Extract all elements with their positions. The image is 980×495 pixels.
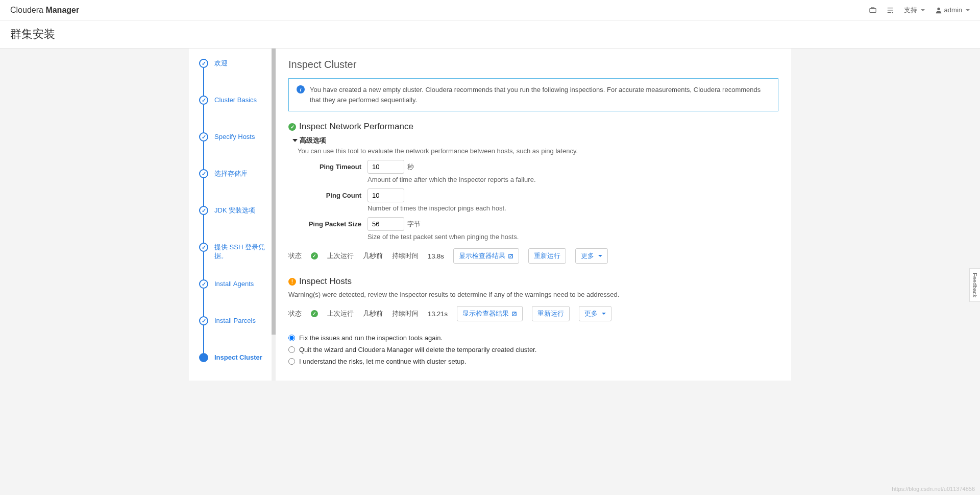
- scrollbar-thumb[interactable]: [272, 49, 276, 335]
- brand: Cloudera Manager: [10, 6, 79, 15]
- warning-circle-icon: !: [288, 278, 296, 286]
- header-parcel-icon[interactable]: [869, 7, 876, 14]
- radio-input[interactable]: [288, 335, 295, 341]
- feedback-tab[interactable]: Feedback: [969, 268, 980, 302]
- support-menu[interactable]: 支持: [904, 6, 925, 15]
- external-link-icon: [511, 311, 517, 317]
- step-connector: [203, 68, 204, 97]
- status-ok-icon: ✓: [311, 252, 318, 260]
- ping-count-input[interactable]: [368, 188, 404, 202]
- ping-packet-row: Ping Packet Size 字节: [288, 217, 778, 231]
- step-label: Specify Hosts: [214, 132, 255, 142]
- step-label: Install Agents: [214, 279, 254, 289]
- section-title: Inspect Cluster: [288, 59, 778, 70]
- step-circle-done-icon: [199, 96, 208, 105]
- step-circle-done-icon: [199, 206, 208, 215]
- user-menu[interactable]: admin: [935, 6, 970, 14]
- more-button[interactable]: 更多: [575, 248, 608, 264]
- check-circle-icon: ✓: [288, 123, 296, 131]
- step-connector: [203, 215, 204, 244]
- status-label: 状态: [288, 309, 302, 318]
- sidebar-scrollbar[interactable]: [272, 49, 276, 381]
- radio-understand-risks[interactable]: I understand the risks, let me continue …: [288, 358, 778, 365]
- step-item[interactable]: Install Agents: [199, 279, 271, 316]
- page-title: 群集安装: [0, 20, 980, 49]
- app-header: Cloudera Manager 支持 admin: [0, 0, 980, 20]
- radio-fix-issues[interactable]: Fix the issues and run the inspection to…: [288, 334, 778, 342]
- step-circle-active-icon: [199, 353, 208, 362]
- duration-value: 13.8s: [428, 252, 444, 260]
- step-item[interactable]: Cluster Basics: [199, 96, 271, 132]
- advanced-toggle[interactable]: 高级选项: [292, 136, 778, 145]
- step-connector: [203, 178, 204, 207]
- network-status-row: 状态 ✓ 上次运行 几秒前 持续时间 13.8s 显示检查器结果 重新运行 更多: [288, 248, 778, 264]
- last-run-label: 上次运行: [327, 309, 354, 318]
- hosts-warning: Warning(s) were detected, review the ins…: [288, 291, 778, 298]
- step-label: 欢迎: [214, 59, 228, 68]
- ping-packet-input[interactable]: [368, 217, 404, 231]
- duration-label: 持续时间: [392, 309, 419, 318]
- step-item[interactable]: Install Parcels: [199, 316, 271, 353]
- step-item[interactable]: 选择存储库: [199, 169, 271, 206]
- step-connector: [203, 105, 204, 133]
- ping-timeout-input[interactable]: [368, 160, 404, 174]
- svg-point-2: [937, 7, 940, 10]
- external-link-icon: [508, 253, 513, 259]
- step-circle-done-icon: [199, 169, 208, 178]
- svg-point-1: [892, 12, 893, 13]
- step-connector: [203, 325, 204, 354]
- rerun-button[interactable]: 重新运行: [528, 248, 566, 264]
- ping-count-help: Number of times the inspector pings each…: [368, 204, 778, 212]
- step-item[interactable]: 提供 SSH 登录凭据。: [199, 243, 271, 279]
- wizard-sidebar: 欢迎Cluster BasicsSpecify Hosts选择存储库JDK 安装…: [189, 49, 276, 381]
- step-connector: [203, 289, 204, 317]
- step-item[interactable]: 欢迎: [199, 59, 271, 96]
- rerun-button[interactable]: 重新运行: [532, 306, 570, 321]
- step-label: Cluster Basics: [214, 96, 257, 105]
- ping-packet-help: Size of the test packet sent when pingin…: [368, 233, 778, 241]
- step-label: 选择存储库: [214, 169, 248, 178]
- step-label: Install Parcels: [214, 316, 256, 325]
- brand-light: Cloudera: [10, 6, 43, 14]
- status-ok-icon: ✓: [311, 310, 318, 317]
- step-circle-done-icon: [199, 243, 208, 252]
- ping-packet-label: Ping Packet Size: [288, 220, 368, 228]
- last-run-label: 上次运行: [327, 251, 354, 261]
- hosts-section-title: ! Inspect Hosts: [288, 276, 778, 287]
- step-circle-done-icon: [199, 132, 208, 142]
- header-right: 支持 admin: [869, 6, 970, 15]
- container: 欢迎Cluster BasicsSpecify Hosts选择存储库JDK 安装…: [0, 49, 980, 381]
- ping-timeout-row: Ping Timeout 秒: [288, 160, 778, 174]
- ping-count-row: Ping Count: [288, 188, 778, 202]
- more-button[interactable]: 更多: [579, 306, 611, 321]
- show-results-button[interactable]: 显示检查器结果: [457, 306, 523, 321]
- chevron-down-icon: [292, 139, 298, 142]
- network-section-title: ✓ Inspect Network Performance: [288, 122, 778, 132]
- header-running-icon[interactable]: [887, 7, 894, 14]
- ping-packet-unit: 字节: [407, 220, 421, 229]
- caret-down-icon: [921, 9, 925, 11]
- step-item[interactable]: Specify Hosts: [199, 132, 271, 169]
- step-label: Inspect Cluster: [214, 353, 262, 362]
- radio-input[interactable]: [288, 358, 295, 365]
- step-list: 欢迎Cluster BasicsSpecify Hosts选择存储库JDK 安装…: [199, 59, 271, 368]
- show-results-button[interactable]: 显示检查器结果: [453, 248, 519, 264]
- svg-rect-0: [869, 8, 875, 12]
- info-icon: i: [297, 85, 305, 93]
- caret-down-icon: [966, 9, 970, 11]
- step-circle-done-icon: [199, 316, 208, 325]
- radio-quit-wizard[interactable]: Quit the wizard and Cloudera Manager wil…: [288, 346, 778, 353]
- step-circle-done-icon: [199, 279, 208, 289]
- step-label: JDK 安装选项: [214, 206, 255, 215]
- radio-input[interactable]: [288, 346, 295, 353]
- duration-value: 13.21s: [428, 310, 448, 318]
- last-run-value: 几秒前: [363, 251, 383, 261]
- last-run-value: 几秒前: [363, 309, 383, 318]
- step-item[interactable]: Inspect Cluster: [199, 353, 271, 368]
- status-label: 状态: [288, 251, 302, 261]
- step-label: 提供 SSH 登录凭据。: [214, 243, 271, 261]
- ping-timeout-unit: 秒: [407, 162, 414, 172]
- user-icon: [935, 7, 942, 14]
- step-item[interactable]: JDK 安装选项: [199, 206, 271, 243]
- brand-bold: Manager: [45, 6, 79, 14]
